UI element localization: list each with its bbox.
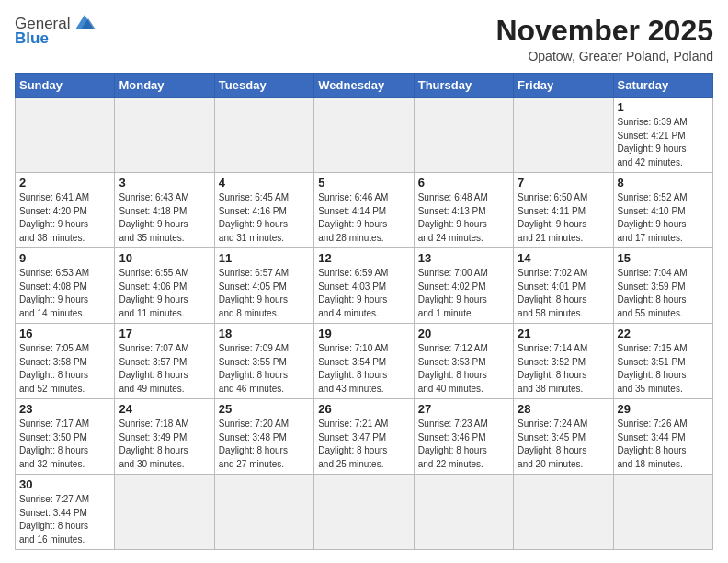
calendar-cell: 20Sunrise: 7:12 AM Sunset: 3:53 PM Dayli… (414, 324, 513, 399)
logo: General Blue (15, 15, 97, 48)
day-info: Sunrise: 6:52 AM Sunset: 4:10 PM Dayligh… (618, 191, 709, 245)
day-info: Sunrise: 7:17 AM Sunset: 3:50 PM Dayligh… (19, 418, 110, 471)
day-number: 10 (119, 251, 210, 265)
logo-blue: Blue (15, 29, 49, 48)
calendar-cell: 22Sunrise: 7:15 AM Sunset: 3:51 PM Dayli… (613, 324, 712, 399)
day-number: 27 (418, 402, 509, 416)
day-number: 17 (119, 327, 210, 340)
calendar-cell: 21Sunrise: 7:14 AM Sunset: 3:52 PM Dayli… (514, 324, 613, 399)
day-info: Sunrise: 7:09 AM Sunset: 3:55 PM Dayligh… (219, 342, 310, 396)
calendar-cell (414, 98, 513, 173)
day-info: Sunrise: 6:45 AM Sunset: 4:16 PM Dayligh… (219, 191, 310, 245)
day-number: 15 (618, 251, 709, 265)
header: General Blue November 2025 Opatow, Great… (15, 15, 713, 63)
day-number: 12 (318, 251, 409, 265)
calendar-cell (16, 98, 115, 173)
calendar-cell: 29Sunrise: 7:26 AM Sunset: 3:44 PM Dayli… (613, 399, 712, 475)
calendar-cell: 13Sunrise: 7:00 AM Sunset: 4:02 PM Dayli… (414, 248, 513, 324)
calendar-cell (314, 98, 414, 173)
calendar-cell (314, 475, 414, 550)
calendar-cell: 8Sunrise: 6:52 AM Sunset: 4:10 PM Daylig… (613, 173, 712, 248)
day-info: Sunrise: 7:00 AM Sunset: 4:02 PM Dayligh… (418, 267, 509, 320)
calendar-cell: 25Sunrise: 7:20 AM Sunset: 3:48 PM Dayli… (214, 399, 313, 475)
calendar-week-row: 9Sunrise: 6:53 AM Sunset: 4:08 PM Daylig… (16, 248, 713, 324)
calendar-cell: 26Sunrise: 7:21 AM Sunset: 3:47 PM Dayli… (314, 399, 414, 475)
day-info: Sunrise: 7:18 AM Sunset: 3:49 PM Dayligh… (119, 418, 210, 471)
col-thursday: Thursday (414, 74, 513, 98)
calendar-week-row: 1Sunrise: 6:39 AM Sunset: 4:21 PM Daylig… (16, 98, 713, 173)
day-number: 13 (418, 251, 509, 265)
day-info: Sunrise: 7:02 AM Sunset: 4:01 PM Dayligh… (518, 267, 609, 320)
calendar-week-row: 30Sunrise: 7:27 AM Sunset: 3:44 PM Dayli… (16, 475, 713, 550)
calendar-cell: 15Sunrise: 7:04 AM Sunset: 3:59 PM Dayli… (613, 248, 712, 324)
day-number: 1 (618, 100, 709, 114)
col-friday: Friday (514, 74, 613, 98)
day-number: 9 (19, 251, 110, 265)
day-info: Sunrise: 6:53 AM Sunset: 4:08 PM Dayligh… (19, 267, 110, 320)
calendar-cell: 27Sunrise: 7:23 AM Sunset: 3:46 PM Dayli… (414, 399, 513, 475)
calendar-subtitle: Opatow, Greater Poland, Poland (495, 49, 713, 63)
calendar-cell (115, 475, 214, 550)
calendar-cell: 14Sunrise: 7:02 AM Sunset: 4:01 PM Dayli… (514, 248, 613, 324)
calendar-cell (514, 98, 613, 173)
day-info: Sunrise: 6:50 AM Sunset: 4:11 PM Dayligh… (518, 191, 609, 245)
day-info: Sunrise: 6:55 AM Sunset: 4:06 PM Dayligh… (119, 267, 210, 320)
calendar-cell: 30Sunrise: 7:27 AM Sunset: 3:44 PM Dayli… (16, 475, 115, 550)
calendar-week-row: 16Sunrise: 7:05 AM Sunset: 3:58 PM Dayli… (16, 324, 713, 399)
day-info: Sunrise: 7:14 AM Sunset: 3:52 PM Dayligh… (518, 342, 609, 396)
day-info: Sunrise: 7:27 AM Sunset: 3:44 PM Dayligh… (19, 493, 110, 546)
calendar-cell: 24Sunrise: 7:18 AM Sunset: 3:49 PM Dayli… (115, 399, 214, 475)
day-info: Sunrise: 6:43 AM Sunset: 4:18 PM Dayligh… (119, 191, 210, 245)
day-info: Sunrise: 7:15 AM Sunset: 3:51 PM Dayligh… (618, 342, 709, 396)
day-number: 22 (618, 327, 709, 340)
col-sunday: Sunday (16, 74, 115, 98)
day-number: 25 (219, 402, 310, 416)
day-number: 4 (219, 176, 310, 190)
logo-icon (72, 13, 97, 33)
calendar-cell (214, 475, 313, 550)
calendar-week-row: 23Sunrise: 7:17 AM Sunset: 3:50 PM Dayli… (16, 399, 713, 475)
day-number: 11 (219, 251, 310, 265)
day-info: Sunrise: 7:20 AM Sunset: 3:48 PM Dayligh… (219, 418, 310, 471)
calendar-cell: 12Sunrise: 6:59 AM Sunset: 4:03 PM Dayli… (314, 248, 414, 324)
day-info: Sunrise: 7:12 AM Sunset: 3:53 PM Dayligh… (418, 342, 509, 396)
day-number: 21 (518, 327, 609, 340)
calendar-cell: 5Sunrise: 6:46 AM Sunset: 4:14 PM Daylig… (314, 173, 414, 248)
col-monday: Monday (115, 74, 214, 98)
day-number: 3 (119, 176, 210, 190)
calendar-cell: 18Sunrise: 7:09 AM Sunset: 3:55 PM Dayli… (214, 324, 313, 399)
day-info: Sunrise: 6:59 AM Sunset: 4:03 PM Dayligh… (318, 267, 409, 320)
day-info: Sunrise: 6:48 AM Sunset: 4:13 PM Dayligh… (418, 191, 509, 245)
day-info: Sunrise: 7:26 AM Sunset: 3:44 PM Dayligh… (618, 418, 709, 471)
col-wednesday: Wednesday (314, 74, 414, 98)
calendar-cell: 4Sunrise: 6:45 AM Sunset: 4:16 PM Daylig… (214, 173, 313, 248)
col-tuesday: Tuesday (214, 74, 313, 98)
calendar-cell: 23Sunrise: 7:17 AM Sunset: 3:50 PM Dayli… (16, 399, 115, 475)
day-number: 23 (19, 402, 110, 416)
day-info: Sunrise: 7:07 AM Sunset: 3:57 PM Dayligh… (119, 342, 210, 396)
day-number: 19 (318, 327, 409, 340)
day-number: 30 (19, 477, 110, 491)
day-number: 20 (418, 327, 509, 340)
day-number: 6 (418, 176, 509, 190)
day-info: Sunrise: 7:24 AM Sunset: 3:45 PM Dayligh… (518, 418, 609, 471)
day-number: 29 (618, 402, 709, 416)
calendar-header-row: Sunday Monday Tuesday Wednesday Thursday… (16, 74, 713, 98)
day-number: 14 (518, 251, 609, 265)
day-number: 18 (219, 327, 310, 340)
day-info: Sunrise: 6:41 AM Sunset: 4:20 PM Dayligh… (19, 191, 110, 245)
day-info: Sunrise: 7:23 AM Sunset: 3:46 PM Dayligh… (418, 418, 509, 471)
day-number: 26 (318, 402, 409, 416)
day-info: Sunrise: 7:21 AM Sunset: 3:47 PM Dayligh… (318, 418, 409, 471)
day-info: Sunrise: 7:04 AM Sunset: 3:59 PM Dayligh… (618, 267, 709, 320)
day-info: Sunrise: 6:46 AM Sunset: 4:14 PM Dayligh… (318, 191, 409, 245)
day-number: 5 (318, 176, 409, 190)
calendar-cell: 7Sunrise: 6:50 AM Sunset: 4:11 PM Daylig… (514, 173, 613, 248)
calendar-cell (613, 475, 712, 550)
calendar-cell: 28Sunrise: 7:24 AM Sunset: 3:45 PM Dayli… (514, 399, 613, 475)
calendar-cell (414, 475, 513, 550)
calendar-cell: 1Sunrise: 6:39 AM Sunset: 4:21 PM Daylig… (613, 98, 712, 173)
day-number: 2 (19, 176, 110, 190)
calendar-cell (214, 98, 313, 173)
calendar-title: November 2025 (495, 15, 713, 47)
